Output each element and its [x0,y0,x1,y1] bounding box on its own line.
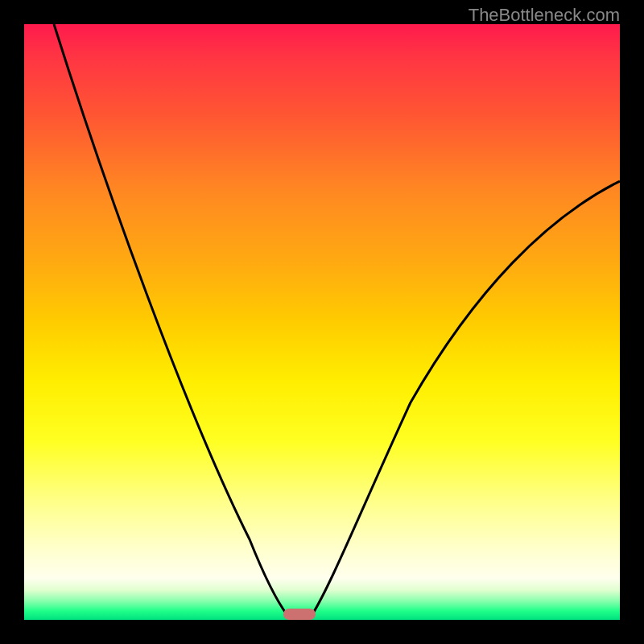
watermark-text: TheBottleneck.com [469,5,620,26]
left-curve [54,24,290,618]
bottleneck-chart [24,24,620,620]
right-curve [310,181,620,618]
optimal-marker [283,609,316,620]
chart-curves [24,24,620,620]
